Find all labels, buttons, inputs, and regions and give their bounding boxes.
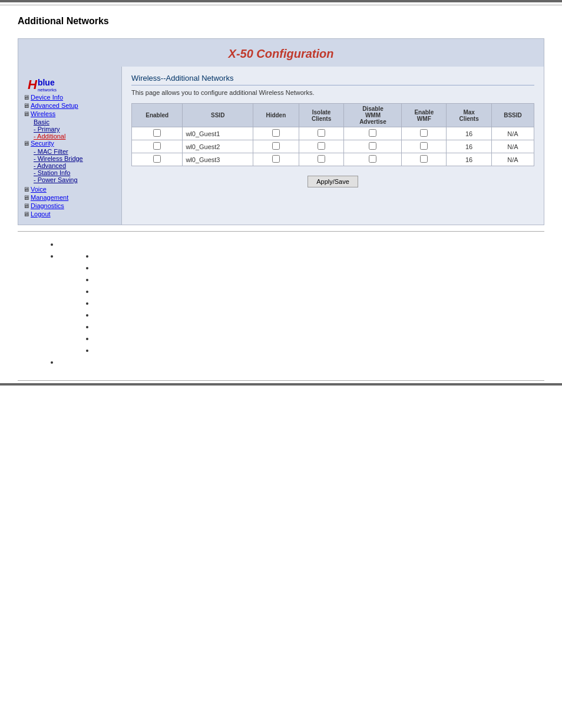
apply-save-area: Apply/Save [131, 176, 534, 187]
col-max-clients: MaxClients [447, 104, 492, 127]
bullet-item [59, 240, 527, 248]
apply-save-button[interactable]: Apply/Save [308, 176, 358, 187]
advanced-link[interactable]: - Advanced [34, 162, 117, 169]
checkbox[interactable] [318, 129, 325, 137]
bullet-list-2 [94, 252, 527, 354]
wireless-bridge-link[interactable]: - Wireless Bridge [34, 155, 117, 162]
checkbox[interactable] [369, 142, 376, 150]
security-sub: - MAC Filter - Wireless Bridge - Advance… [34, 148, 117, 183]
bullet-sub-item [94, 334, 527, 342]
sidebar-item-diagnostics[interactable]: 🖥 Diagnostics [23, 202, 117, 209]
bullet-sub-item [94, 322, 527, 331]
col-enabled: Enabled [132, 104, 183, 127]
management-icon: 🖥 [23, 194, 29, 201]
sidebar-item-security[interactable]: 🖥 Security [23, 140, 117, 147]
col-disable-wmm: DisableWMMAdvertise [344, 104, 402, 127]
main-content: Wireless--Additional Networks This page … [121, 67, 544, 225]
config-header: X-50 Configuration [18, 39, 544, 67]
sidebar: H blue networks 🖥 Device Info 🖥 Advanced… [18, 67, 121, 225]
sidebar-item-wireless[interactable]: 🖥 Wireless [23, 110, 117, 117]
bullet-sub-item [94, 346, 527, 354]
checkbox[interactable] [420, 129, 428, 137]
checkbox[interactable] [369, 155, 376, 163]
page-title: Additional Networks [18, 16, 544, 27]
section-title: Wireless--Additional Networks [131, 74, 534, 85]
bottom-thick-border [0, 383, 562, 386]
checkbox[interactable] [153, 142, 161, 150]
station-info-link[interactable]: - Station Info [34, 169, 117, 176]
table-row: wl0_Guest316N/A [132, 153, 534, 166]
voice-link[interactable]: Voice [31, 186, 47, 193]
checkbox[interactable] [272, 155, 280, 163]
table-cell: 16 [447, 127, 492, 140]
table-cell: wl0_Guest2 [183, 140, 253, 153]
bullet-sub-item [94, 252, 527, 260]
checkbox[interactable] [272, 142, 280, 150]
checkbox[interactable] [420, 142, 428, 150]
voice-icon: 🖥 [23, 186, 29, 193]
checkbox[interactable] [272, 129, 280, 137]
col-isolate: IsolateClients [299, 104, 344, 127]
primary-link[interactable]: - Primary [34, 126, 117, 133]
wireless-sub: Basic - Primary - Additional [34, 118, 117, 140]
bullet-list-1 [59, 240, 527, 366]
additional-link[interactable]: - Additional [34, 133, 117, 140]
sidebar-item-voice[interactable]: 🖥 Voice [23, 186, 117, 193]
advanced-setup-icon: 🖥 [23, 102, 29, 109]
table-cell: N/A [491, 140, 534, 153]
networks-table: Enabled SSID Hidden IsolateClients Disab… [131, 103, 534, 166]
wireless-link[interactable]: Wireless [31, 110, 55, 117]
basic-link[interactable]: Basic [34, 118, 117, 126]
bullet-sub-item [94, 275, 527, 284]
config-body: H blue networks 🖥 Device Info 🖥 Advanced… [18, 67, 544, 225]
logout-link[interactable]: Logout [31, 210, 51, 218]
diagnostics-link[interactable]: Diagnostics [31, 202, 64, 209]
col-hidden: Hidden [253, 104, 299, 127]
table-cell: N/A [491, 153, 534, 166]
checkbox[interactable] [153, 155, 161, 163]
bullet-item-last [59, 358, 527, 366]
col-ssid: SSID [183, 104, 253, 127]
col-enable-wmf: EnableWMF [402, 104, 447, 127]
device-info-icon: 🖥 [23, 94, 29, 101]
content-description: This page allows you to configure additi… [131, 89, 534, 96]
sidebar-item-device-info[interactable]: 🖥 Device Info [23, 94, 117, 101]
bullet-sub-item [94, 263, 527, 272]
wireless-icon: 🖥 [23, 110, 29, 117]
advanced-setup-link[interactable]: Advanced Setup [31, 102, 78, 109]
checkbox[interactable] [420, 155, 428, 163]
logo-h: H [28, 77, 37, 93]
bullet-sub-item [94, 311, 527, 319]
table-cell: N/A [491, 127, 534, 140]
mac-filter-link[interactable]: - MAC Filter [34, 148, 117, 155]
checkbox[interactable] [318, 142, 325, 150]
table-cell: 16 [447, 140, 492, 153]
bullet-sub-item [94, 287, 527, 295]
diagnostics-icon: 🖥 [23, 202, 29, 209]
checkbox[interactable] [318, 155, 325, 163]
logo-text: blue networks [38, 78, 57, 93]
table-cell: 16 [447, 153, 492, 166]
checkbox[interactable] [369, 129, 376, 137]
config-title: X-50 Configuration [18, 47, 544, 61]
bottom-border [18, 380, 544, 381]
main-container: X-50 Configuration H blue networks 🖥 Dev… [18, 38, 544, 225]
bullet-sub-item [94, 299, 527, 307]
logo: H blue networks [23, 73, 117, 94]
sidebar-item-management[interactable]: 🖥 Management [23, 194, 117, 201]
power-saving-link[interactable]: - Power Saving [34, 176, 117, 183]
bullets-section [0, 232, 562, 375]
table-row: wl0_Guest116N/A [132, 127, 534, 140]
device-info-link[interactable]: Device Info [31, 94, 63, 101]
security-icon: 🖥 [23, 140, 29, 147]
table-cell: wl0_Guest1 [183, 127, 253, 140]
sidebar-item-logout[interactable]: 🖥 Logout [23, 210, 117, 218]
security-link[interactable]: Security [31, 140, 54, 147]
table-row: wl0_Guest216N/A [132, 140, 534, 153]
management-link[interactable]: Management [31, 194, 68, 201]
checkbox[interactable] [153, 129, 161, 137]
logout-icon: 🖥 [23, 210, 29, 218]
top-border [0, 0, 562, 2]
sidebar-item-advanced-setup[interactable]: 🖥 Advanced Setup [23, 102, 117, 109]
table-cell: wl0_Guest3 [183, 153, 253, 166]
